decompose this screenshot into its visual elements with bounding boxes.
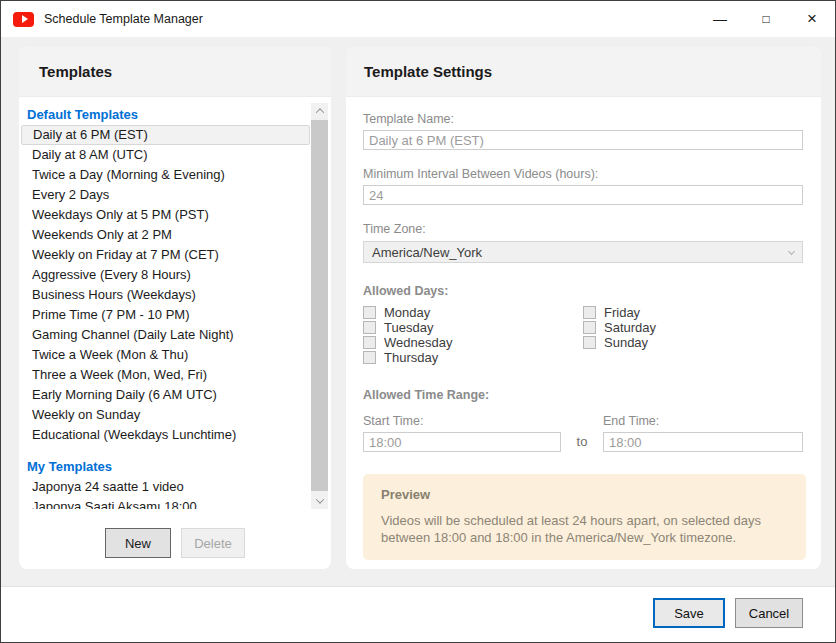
checkbox-unchecked-icon[interactable] [363,336,376,349]
scroll-up-icon[interactable] [311,103,328,119]
templates-section-header: My Templates [21,453,310,477]
chevron-down-icon [788,248,795,255]
preview-text: Videos will be scheduled at least 24 hou… [381,512,788,546]
end-time-label: End Time: [603,413,803,429]
template-settings-panel: Template Settings Template Name: Minimum… [346,47,821,569]
template-list-item[interactable]: Weekends Only at 2 PM [21,225,310,245]
schedule-template-manager-window: Schedule Template Manager — □ × Template… [0,0,836,643]
allowed-days-grid: MondayTuesdayWednesdayThursday FridaySat… [363,305,804,365]
allowed-days-column-1: MondayTuesdayWednesdayThursday [363,305,583,365]
template-list-item[interactable]: Every 2 Days [21,185,310,205]
start-time-input[interactable] [363,432,561,452]
template-list-item[interactable]: Educational (Weekdays Lunchtime) [21,425,310,445]
template-list-item[interactable]: Weekdays Only at 5 PM (PST) [21,205,310,225]
day-label: Friday [604,305,640,320]
scroll-down-icon[interactable] [311,493,328,509]
template-list-item[interactable]: Prime Time (7 PM - 10 PM) [21,305,310,325]
template-name-input[interactable] [363,130,803,150]
day-label: Tuesday [384,320,433,335]
templates-section-header: Default Templates [21,103,310,125]
window-controls: — □ × [697,1,835,37]
templates-list: Default TemplatesDaily at 6 PM (EST)Dail… [21,103,310,509]
template-list-item[interactable]: Early Morning Daily (6 AM UTC) [21,385,310,405]
template-list-item[interactable]: Aggressive (Every 8 Hours) [21,265,310,285]
allowed-days-label: Allowed Days: [363,283,804,299]
window-title: Schedule Template Manager [44,12,203,26]
end-time-group: End Time: [603,413,803,452]
new-button[interactable]: New [105,528,171,558]
template-list-item[interactable]: Japonya Saati Akşamı 18:00 [21,497,310,509]
checkbox-unchecked-icon[interactable] [363,321,376,334]
checkbox-unchecked-icon[interactable] [583,321,596,334]
settings-panel-title: Template Settings [346,47,821,97]
templates-scrollbar[interactable] [311,103,328,509]
footer-bar: Save Cancel [1,586,835,642]
checkbox-unchecked-icon[interactable] [583,306,596,319]
day-checkbox-row: Tuesday [363,320,583,335]
preview-title: Preview [381,487,788,502]
to-label: to [561,413,603,452]
template-list-item[interactable]: Daily at 8 AM (UTC) [21,145,310,165]
delete-button: Delete [181,528,245,558]
templates-panel-title: Templates [19,47,331,97]
day-checkbox-row: Monday [363,305,583,320]
cancel-button[interactable]: Cancel [735,598,803,628]
template-list-item[interactable]: Weekly on Sunday [21,405,310,425]
day-label: Monday [384,305,430,320]
preview-box: Preview Videos will be scheduled at leas… [363,474,806,560]
day-checkbox-row: Sunday [583,335,803,350]
day-checkbox-row: Wednesday [363,335,583,350]
timezone-dropdown[interactable]: America/New_York [363,241,803,263]
close-button[interactable]: × [789,1,835,37]
settings-form: Template Name: Minimum Interval Between … [346,97,821,560]
youtube-icon [13,12,34,27]
maximize-button[interactable]: □ [743,1,789,37]
time-range-label: Allowed Time Range: [363,387,804,403]
start-time-group: Start Time: [363,413,561,452]
interval-label: Minimum Interval Between Videos (hours): [363,166,804,182]
template-list-item[interactable]: Business Hours (Weekdays) [21,285,310,305]
checkbox-unchecked-icon[interactable] [583,336,596,349]
template-name-label: Template Name: [363,111,804,127]
scrollbar-thumb[interactable] [311,120,328,491]
interval-input[interactable] [363,185,803,205]
templates-buttons-row: New Delete [19,528,331,558]
time-range-row: Start Time: to End Time: [363,413,803,452]
allowed-days-column-2: FridaySaturdaySunday [583,305,803,365]
template-list-item[interactable]: Japonya 24 saatte 1 video [21,477,310,497]
template-list-item[interactable]: Daily at 6 PM (EST) [21,125,310,145]
template-list-item[interactable]: Gaming Channel (Daily Late Night) [21,325,310,345]
template-list-item[interactable]: Twice a Day (Morning & Evening) [21,165,310,185]
day-label: Sunday [604,335,648,350]
timezone-label: Time Zone: [363,221,804,237]
minimize-button[interactable]: — [697,1,743,37]
day-checkbox-row: Friday [583,305,803,320]
save-button[interactable]: Save [653,598,725,628]
play-triangle-icon [22,15,28,23]
template-list-item[interactable]: Twice a Week (Mon & Thu) [21,345,310,365]
day-checkbox-row: Saturday [583,320,803,335]
day-label: Thursday [384,350,438,365]
checkbox-unchecked-icon[interactable] [363,351,376,364]
template-list-item[interactable]: Weekly on Friday at 7 PM (CET) [21,245,310,265]
day-label: Saturday [604,320,656,335]
checkbox-unchecked-icon[interactable] [363,306,376,319]
titlebar: Schedule Template Manager — □ × [1,1,835,37]
end-time-input[interactable] [603,432,803,452]
template-list-item[interactable]: Three a Week (Mon, Wed, Fri) [21,365,310,385]
start-time-label: Start Time: [363,413,561,429]
day-checkbox-row: Thursday [363,350,583,365]
timezone-selected-value: America/New_York [372,245,482,260]
templates-panel: Templates Default TemplatesDaily at 6 PM… [19,47,331,569]
day-label: Wednesday [384,335,452,350]
